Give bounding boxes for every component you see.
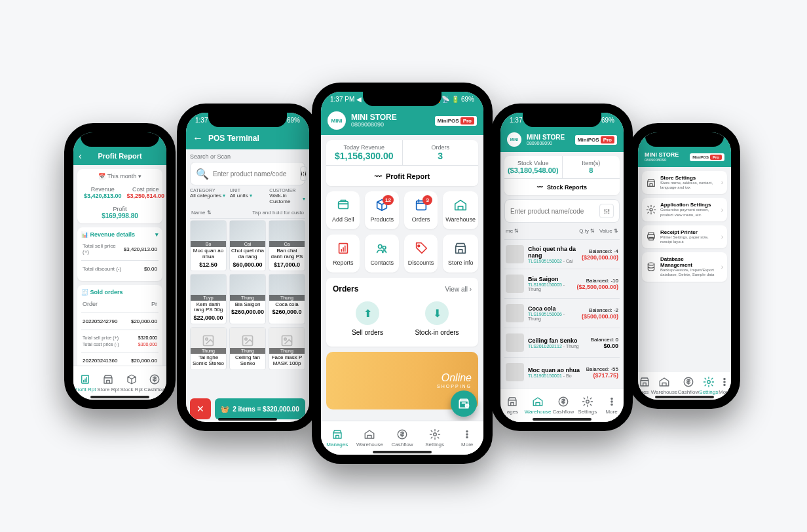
store-icon [102,373,114,385]
barcode-scan-button[interactable]: ⁞⁝⁞ [599,204,614,218]
settings-item-store-settings[interactable]: Store SettingsStore name, address, conta… [642,171,727,194]
tile-warehouse[interactable]: Warehouse [443,191,478,229]
product-cell[interactable]: ThungBia Saigon$260,000.00 [229,274,266,325]
cart-bar: ✕ 🧺 2 items = $320,000.00 [190,398,305,419]
nav-ages[interactable]: ages [500,389,525,422]
filter-category[interactable]: All categories ▾ [190,193,226,199]
filter-customer[interactable]: Walk-in Custome ▾ [269,193,305,204]
nav-cashflow[interactable]: Cashflow [386,421,419,455]
nav-cashflow[interactable]: Cashflow [551,389,575,422]
period-picker[interactable]: 📅 This month ▾ [81,173,159,180]
search-input[interactable]: 🔍 ⁞⁝⁞ [190,162,305,185]
product-cell[interactable]: ThungCeiling fan Senko [229,327,266,370]
nav-warehouse[interactable]: Warehouse [354,421,386,455]
product-cell[interactable]: ThungFace mask P MASK 100p [269,327,305,370]
nav-cashflow[interactable]: Cashflow [143,366,167,400]
search-field[interactable] [213,170,296,178]
report-icon [79,373,91,385]
gear-icon [429,428,441,440]
phone-warehouse: 1:37 PM ◀📶 📡 🔋 69% MINI MINI STORE 08090… [491,104,633,431]
nav-warehouse[interactable]: Warehouse [525,389,552,422]
barcode-scan-button[interactable]: ⁞⁝⁞ [300,166,307,181]
dollar-icon [683,376,694,388]
download-icon: ⬇ [425,301,449,325]
svg-point-12 [383,246,386,250]
gear-icon [646,204,656,215]
settings-item-database-management[interactable]: Database ManagementBackup/Restore, Impor… [642,252,727,281]
nav-stock-rpt[interactable]: Stock Rpt [120,366,143,400]
product-thumb [506,245,524,263]
store-avatar[interactable]: MINI [507,132,521,147]
stock-items: 8 [565,166,618,174]
nav-more[interactable]: More [599,389,624,422]
minipos-pro-badge: MiniPOSPro [690,153,724,161]
sold-orders-header: 🧾 Sold orders [81,289,159,295]
back-icon[interactable]: ‹ [79,151,82,161]
cart-summary-button[interactable]: 🧺 2 items = $320,000.00 [215,398,305,419]
view-all-link[interactable]: View all › [445,286,472,293]
order-type-sell-orders[interactable]: ⬆Sell orders [333,297,402,340]
svg-point-18 [466,434,468,435]
search-field[interactable] [510,208,595,215]
chevron-right-icon: › [721,206,723,214]
print-icon [646,231,656,242]
svg-point-25 [650,208,652,211]
phone-settings: 1:37 PM ◀📶 📡 🔋 69% MINI STORE 0809008090… [629,123,740,409]
filter-unit[interactable]: All units ▾ [230,193,266,199]
product-cell[interactable]: CaiChoi quet nha da nang$60,000.00 [229,220,266,271]
settings-item-receipt-printer[interactable]: Receipt PrinterPrinter Settings, paper s… [642,225,727,248]
product-cell[interactable]: ThungTai nghe Somic Stereo [190,327,227,370]
dollar-icon [149,373,160,385]
svg-rect-28 [649,238,654,240]
svg-point-29 [648,263,654,265]
profit-report-button[interactable]: 〰 Profit Report [326,165,478,186]
nav-profit-rpt[interactable]: Profit Rpt [73,366,97,400]
settings-item-application-settings[interactable]: Application SettingsCustomise payment sc… [642,198,727,221]
store-phone: 0809008090 [351,121,397,128]
tile-discounts[interactable]: Discounts [404,235,438,273]
stock-row[interactable]: Coca colaTLS1905150006 - ThungBalanced: … [504,299,620,328]
tile-reports[interactable]: Reports [326,235,360,273]
store-icon [453,241,468,256]
tile-orders[interactable]: Orders3 [404,191,438,229]
clear-cart-button[interactable]: ✕ [190,398,211,419]
order-id[interactable]: 202205241360 [83,358,117,364]
back-icon[interactable]: ← [193,132,203,144]
nav-manages[interactable]: Manages [321,421,354,455]
tile-add-sell[interactable]: Add Sell [326,191,360,229]
product-cell[interactable]: TuypKem danh rang PS 50g$22,000.00 [190,274,227,325]
orders-value: 3 [405,151,476,161]
store-icon [639,376,650,388]
search-input[interactable]: ⁞⁝⁞ [504,199,620,223]
tile-products[interactable]: Products12 [365,191,398,229]
nav-store-rpt[interactable]: Store Rpt [97,366,121,400]
stock-row[interactable]: Choi quet nha da nangTLS1905150002 - Cai… [504,240,620,269]
order-type-stock-in-orders[interactable]: ⬇Stock-in orders [402,297,472,340]
nav-more[interactable]: More [718,371,731,400]
product-cell[interactable]: ThungCoca cola$260,000.0 [269,274,305,325]
tile-store-info[interactable]: Store info [443,235,478,273]
nav-settings[interactable]: Settings [575,389,599,422]
svg-point-19 [466,436,468,438]
wh-icon [453,198,468,212]
revenue-details-header[interactable]: 📊 Revenue details ▾ [81,231,159,238]
product-cell[interactable]: CaBan chai danh rang PS$17,000.0 [269,220,305,271]
search-icon: 🔍 [196,168,209,180]
dots-icon [606,396,618,408]
stock-row[interactable]: Ceiling fan SenkoTLS2010202112 - ThungBa… [504,328,620,358]
quick-sell-fab[interactable] [451,390,477,417]
stock-reports-button[interactable]: 〰Stock Reports [504,178,620,195]
stock-row[interactable]: Bia SaigonTLS1905150005 - ThungBalanced:… [504,269,620,299]
stock-row[interactable]: Moc quan ao nhuaTLS1905150001 - BoBalanc… [504,358,620,387]
svg-point-32 [724,378,725,379]
svg-point-21 [586,400,589,404]
order-id[interactable]: 202205242790 [83,318,117,324]
store-avatar[interactable]: MINI [328,111,346,130]
product-cell[interactable]: BoMoc quan ao nhua$12.50 [190,220,227,271]
bottom-nav: Profit RptStore RptStock RptCashflow [73,366,166,400]
tile-contacts[interactable]: Contacts [365,235,398,273]
nav-ges[interactable]: ges [638,371,651,400]
nav-more[interactable]: More [451,421,483,455]
nav-settings[interactable]: Settings [419,421,451,455]
svg-point-13 [418,245,420,247]
